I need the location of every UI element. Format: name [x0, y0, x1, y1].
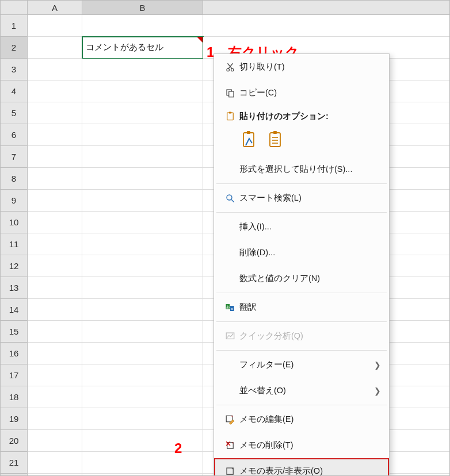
cell[interactable] [82, 408, 203, 430]
paste-option-paste[interactable] [239, 129, 260, 152]
row-header[interactable]: 4 [1, 80, 28, 102]
cell[interactable] [28, 343, 82, 364]
cell[interactable] [28, 190, 82, 212]
cell[interactable] [82, 430, 203, 452]
cell[interactable] [82, 212, 203, 233]
row-header[interactable]: 16 [1, 343, 28, 364]
row-header[interactable]: 8 [1, 168, 28, 190]
cell[interactable] [82, 233, 203, 255]
cell[interactable] [82, 474, 203, 476]
paste-options-icon [221, 111, 239, 121]
cell[interactable] [28, 102, 82, 124]
row-header[interactable]: 14 [1, 299, 28, 321]
row-header[interactable]: 13 [1, 277, 28, 299]
menu-filter[interactable]: フィルター(E) ❯ [214, 352, 389, 378]
cell[interactable] [28, 364, 82, 386]
row-header[interactable]: 18 [1, 386, 28, 408]
cell[interactable] [82, 190, 203, 212]
col-header-rest[interactable] [203, 1, 450, 15]
copy-icon [221, 88, 239, 98]
cell[interactable] [28, 321, 82, 343]
cell[interactable] [28, 474, 82, 476]
cell[interactable] [82, 124, 203, 146]
menu-smart-lookup[interactable]: スマート検索(L) [214, 185, 389, 211]
cell[interactable] [28, 255, 82, 277]
svg-marker-52 [231, 468, 233, 470]
svg-text:あ: あ [226, 305, 230, 309]
row-header[interactable]: 17 [1, 364, 28, 386]
cell[interactable] [28, 386, 82, 408]
cell[interactable] [28, 452, 82, 474]
cell[interactable] [28, 277, 82, 299]
cell[interactable] [82, 299, 203, 321]
cell[interactable] [28, 80, 82, 102]
row-header[interactable]: 5 [1, 102, 28, 124]
svg-point-26 [231, 68, 234, 71]
cell[interactable] [82, 321, 203, 343]
row-header[interactable]: 15 [1, 321, 28, 343]
cell[interactable] [28, 430, 82, 452]
cell[interactable] [82, 80, 203, 102]
menu-insert[interactable]: 挿入(I)... [214, 214, 389, 240]
cell[interactable] [28, 408, 82, 430]
row-header[interactable]: 7 [1, 146, 28, 168]
col-header-B[interactable]: B [82, 1, 203, 15]
cell[interactable] [203, 15, 450, 37]
cell[interactable] [28, 146, 82, 168]
cell[interactable] [82, 386, 203, 408]
cell[interactable] [82, 146, 203, 168]
menu-delete[interactable]: 削除(D)... [214, 240, 389, 266]
menu-translate[interactable]: あa 翻訳 [214, 294, 389, 320]
row-header[interactable]: 3 [1, 59, 28, 80]
menu-edit-memo[interactable]: メモの編集(E) [214, 406, 389, 432]
cell[interactable] [28, 168, 82, 190]
menu-clear[interactable]: 数式と値のクリア(N) [214, 266, 389, 291]
menu-label: メモの削除(T) [239, 440, 381, 451]
row-header[interactable]: 10 [1, 212, 28, 233]
row-header[interactable]: 2 [1, 37, 28, 59]
menu-paste-special[interactable]: 形式を選択して貼り付け(S)... [214, 156, 389, 182]
row-header[interactable]: 11 [1, 233, 28, 255]
menu-sort[interactable]: 並べ替え(O) ❯ [214, 378, 389, 404]
menu-label: メモの表示/非表示(O) [239, 466, 381, 476]
cell-B2[interactable]: コメントがあるセル [82, 37, 203, 59]
menu-label: スマート検索(L) [239, 193, 381, 204]
menu-label: 数式と値のクリア(N) [239, 273, 381, 284]
menu-label: フィルター(E) [239, 359, 374, 370]
row-header[interactable]: 6 [1, 124, 28, 146]
cell[interactable] [82, 364, 203, 386]
cell[interactable] [82, 452, 203, 474]
menu-copy[interactable]: コピー(C) [214, 80, 389, 106]
cell[interactable] [82, 168, 203, 190]
row-header[interactable]: 9 [1, 190, 28, 212]
cell[interactable] [28, 212, 82, 233]
menu-cut[interactable]: 切り取り(T) [214, 54, 389, 80]
cell[interactable] [82, 59, 203, 80]
svg-point-25 [227, 68, 230, 71]
row-header[interactable]: 1 [1, 15, 28, 37]
cell[interactable] [28, 37, 82, 59]
row-header[interactable]: 19 [1, 408, 28, 430]
cell[interactable] [28, 15, 82, 37]
col-header-A[interactable]: A [28, 1, 82, 15]
menu-delete-memo[interactable]: メモの削除(T) [214, 432, 389, 458]
menu-label: メモの編集(E) [239, 414, 381, 425]
cell[interactable] [28, 299, 82, 321]
cell[interactable] [82, 343, 203, 364]
cell[interactable] [28, 233, 82, 255]
cell[interactable] [82, 277, 203, 299]
menu-toggle-memo[interactable]: メモの表示/非表示(O) [214, 458, 389, 476]
select-all-corner[interactable] [1, 1, 28, 15]
row-header[interactable]: 21 [1, 452, 28, 474]
row-header[interactable]: 12 [1, 255, 28, 277]
comment-indicator-icon [197, 37, 203, 43]
cell[interactable] [82, 102, 203, 124]
cell[interactable] [82, 15, 203, 37]
svg-rect-32 [247, 131, 250, 134]
row-header[interactable]: 20 [1, 430, 28, 452]
row-header[interactable]: 22 [1, 474, 28, 476]
cell[interactable] [28, 59, 82, 80]
cell[interactable] [28, 124, 82, 146]
paste-option-values[interactable] [266, 129, 287, 152]
cell[interactable] [82, 255, 203, 277]
